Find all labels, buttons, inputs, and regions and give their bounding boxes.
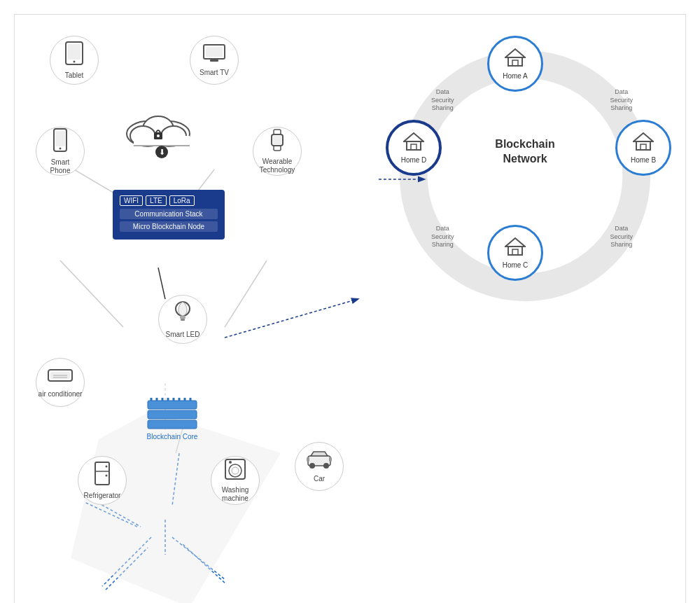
svg-point-64 (229, 461, 232, 464)
smartled-label: Smart LED (166, 331, 200, 339)
left-side: Tablet Smart TV SmartPhone (29, 29, 365, 603)
home-c-label: Home C (503, 261, 528, 269)
svg-rect-22 (210, 60, 218, 62)
svg-point-62 (229, 464, 241, 477)
svg-point-63 (232, 467, 239, 474)
svg-rect-68 (307, 457, 309, 462)
comm-tags-row: WIFI LTE LoRa (120, 195, 218, 206)
svg-rect-73 (508, 57, 522, 66)
car-icon (307, 450, 332, 473)
cloud-icon (123, 104, 200, 150)
home-d-node: Home D (386, 120, 442, 176)
svg-line-3 (225, 261, 267, 327)
home-a-icon (505, 48, 526, 71)
home-d-icon (403, 132, 424, 155)
airconditioner-node: air conditioner (36, 358, 85, 407)
tablet-node: Tablet (50, 36, 99, 85)
home-b-label: Home B (631, 156, 656, 164)
down-icon: ⬇ (155, 144, 168, 158)
refrigerator-node: Refrigerator (78, 456, 127, 505)
dss-bottom-right-label: DataSecuritySharing (610, 225, 633, 249)
smartphone-icon (53, 128, 67, 156)
car-node: Car (295, 442, 344, 491)
main-container: Tablet Smart TV SmartPhone (14, 14, 686, 603)
blockchain-network-area: Home A Home B Home C (379, 29, 671, 323)
svg-rect-18 (68, 44, 80, 60)
svg-rect-27 (273, 136, 281, 144)
svg-line-14 (172, 453, 179, 506)
smartled-icon (174, 300, 191, 328)
svg-marker-75 (634, 133, 653, 141)
svg-rect-80 (512, 249, 518, 255)
washing-label: Washingmachine (222, 486, 249, 503)
wearable-label: WearableTechnology (260, 158, 295, 174)
svg-line-10 (102, 537, 151, 586)
micro-blockchain-label: Micro Blockchain Node (120, 221, 218, 232)
blockchain-core-label: Blockchain Core (147, 433, 198, 441)
airconditioner-label: air conditioner (38, 390, 83, 398)
wearable-icon (269, 129, 286, 155)
svg-rect-29 (274, 146, 281, 151)
dss-bottom-left-label: DataSecuritySharing (431, 225, 454, 249)
svg-point-59 (106, 465, 108, 467)
svg-rect-74 (512, 60, 518, 66)
svg-line-13 (106, 548, 148, 590)
svg-rect-82 (407, 141, 421, 150)
home-a-label: Home A (503, 72, 528, 80)
diagram-area: Tablet Smart TV SmartPhone (29, 29, 671, 603)
svg-line-12 (183, 544, 225, 583)
svg-rect-48 (148, 420, 197, 429)
washing-node: Washingmachine (211, 456, 260, 505)
dss-top-left-label: DataSecuritySharing (431, 88, 454, 113)
car-label: Car (314, 475, 325, 483)
svg-line-2 (60, 261, 123, 327)
svg-rect-69 (329, 457, 332, 462)
blockchain-core-icon (144, 395, 200, 430)
wifi-tag: WIFI (120, 195, 143, 206)
smarttv-node: Smart TV (190, 36, 239, 85)
home-b-icon (633, 132, 654, 155)
svg-point-19 (74, 60, 76, 62)
svg-rect-76 (636, 141, 650, 150)
svg-rect-46 (148, 401, 197, 409)
dss-top-right-label: DataSecuritySharing (610, 88, 633, 113)
svg-rect-77 (640, 144, 646, 150)
refrigerator-icon (94, 462, 111, 490)
lora-tag: LoRa (169, 195, 195, 206)
refrigerator-label: Refrigerator (84, 492, 121, 500)
svg-rect-61 (225, 459, 245, 479)
home-d-label: Home D (401, 156, 427, 164)
tablet-label: Tablet (65, 71, 84, 80)
home-a-node: Home A (487, 36, 543, 92)
svg-marker-78 (505, 238, 525, 247)
svg-line-8 (85, 502, 137, 527)
svg-line-15 (225, 299, 358, 338)
wearable-node: WearableTechnology (253, 127, 302, 176)
smartphone-node: SmartPhone (36, 127, 85, 176)
svg-rect-28 (274, 130, 281, 134)
comm-box: WIFI LTE LoRa Communication Stack Micro … (113, 190, 225, 240)
home-b-node: Home B (615, 120, 671, 176)
svg-rect-57 (95, 462, 109, 485)
svg-point-60 (106, 474, 108, 476)
smarttv-label: Smart TV (200, 69, 229, 77)
svg-point-25 (59, 147, 62, 149)
comm-stack-label: Communication Stack (120, 209, 218, 219)
lte-tag: LTE (146, 195, 167, 206)
home-c-node: Home C (487, 225, 543, 281)
svg-point-66 (309, 463, 315, 469)
tablet-icon (64, 41, 84, 69)
svg-rect-24 (55, 131, 65, 146)
blockchain-network-label: Blockchain Network (495, 137, 554, 167)
svg-marker-72 (505, 49, 525, 57)
svg-marker-81 (404, 133, 424, 141)
smartphone-label: SmartPhone (50, 158, 71, 175)
svg-rect-47 (148, 410, 197, 419)
svg-rect-21 (206, 47, 223, 57)
smartled-node: Smart LED (158, 295, 207, 344)
airconditioner-icon (48, 367, 73, 388)
svg-line-4 (158, 268, 165, 299)
svg-point-67 (323, 463, 329, 469)
right-side: Home A Home B Home C (379, 29, 671, 603)
smarttv-icon (203, 44, 225, 67)
